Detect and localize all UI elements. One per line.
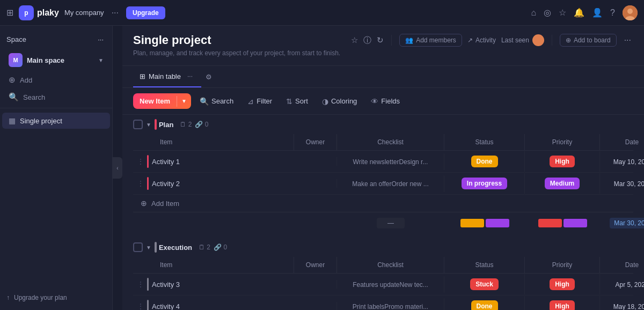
row-plan-1-name[interactable]: Activity 1 (152, 158, 180, 166)
table-row: ⋮ Activity 1 Write newsletterDesign r...… (133, 151, 633, 173)
settings-icon[interactable]: ⚙ (206, 73, 212, 81)
rocket-icon[interactable]: ◎ (544, 8, 551, 18)
new-item-dropdown-icon: ▼ (177, 94, 191, 108)
group-execution-meta: 🗒 2 🔗 0 (199, 243, 227, 251)
row-exec-3-priority[interactable]: High (525, 274, 600, 294)
col-checklist-header-exec[interactable]: Checklist (337, 257, 444, 273)
col-priority-header-exec[interactable]: Priority (525, 257, 600, 273)
sort-icon: ⇅ (286, 97, 292, 106)
row-plan-2-priority[interactable]: Medium (525, 173, 600, 194)
drag-handle-icon[interactable]: ⋮ (137, 158, 144, 165)
bell-icon[interactable]: 🔔 (574, 8, 584, 18)
add-item-plan-button[interactable]: ⊕ Add Item (133, 195, 633, 212)
person-icon[interactable]: 👤 (592, 8, 603, 18)
row-exec-3-date[interactable]: Apr 5, 2022 (600, 276, 644, 293)
plaky-logo[interactable]: p plaky (19, 5, 59, 20)
row-plan-2-date[interactable]: Mar 30, 20... (600, 175, 644, 192)
row-plan-2-name[interactable]: Activity 2 (152, 180, 180, 188)
refresh-icon[interactable]: ↻ (377, 35, 384, 45)
new-item-button[interactable]: New Item ▼ (133, 93, 191, 109)
search-button[interactable]: 🔍 Search (194, 94, 239, 109)
table-icon: ⊞ (140, 72, 145, 80)
group-execution-checkbox[interactable] (133, 242, 143, 252)
col-date-header-exec[interactable]: Date (600, 257, 644, 273)
star-project-icon[interactable]: ☆ (351, 35, 358, 45)
col-owner-header-exec[interactable]: Owner (294, 257, 337, 273)
col-priority-header[interactable]: Priority (525, 134, 600, 150)
group-execution-expand[interactable]: ▼ (145, 243, 152, 252)
upgrade-button[interactable]: Upgrade (126, 6, 165, 19)
col-status-header-exec[interactable]: Status (444, 257, 525, 273)
row-plan-2-owner[interactable] (294, 179, 337, 188)
topnav-more-button[interactable]: ··· (109, 6, 121, 20)
group-plan-expand[interactable]: ▼ (145, 121, 152, 129)
date-text: Mar 30, 20... (614, 180, 644, 188)
row-exec-4-priority[interactable]: High (525, 296, 600, 310)
plaky-name: plaky (37, 8, 59, 18)
main-table-tab[interactable]: ⊞ Main table ··· (133, 66, 201, 87)
summary-dash: — (377, 218, 405, 228)
col-checklist-header[interactable]: Checklist (337, 134, 444, 150)
sidebar-add-action[interactable]: ⊕ Add (2, 71, 110, 88)
row-plan-2-status[interactable]: In progress (444, 173, 525, 194)
row-exec-4-name[interactable]: Activity 4 (152, 302, 180, 311)
row-plan-2-checklist[interactable]: Make an offerOrder new ... (337, 175, 444, 192)
add-members-button[interactable]: 👥 Add members (399, 34, 462, 47)
fields-button[interactable]: 👁 Fields (365, 94, 405, 109)
drag-handle-icon[interactable]: ⋮ (137, 281, 144, 288)
group-plan-header: ▼ Plan 🗒 2 🔗 0 (133, 115, 633, 134)
top-nav-left: ⊞ p plaky My company ··· Upgrade (6, 5, 524, 20)
sidebar-search-action[interactable]: 🔍 Search (2, 88, 110, 106)
row-exec-4-date[interactable]: May 18, 20... (600, 298, 644, 311)
header-sep2 (552, 35, 552, 46)
row-exec-4-status[interactable]: Done (444, 296, 525, 310)
status-badge: In progress (462, 178, 507, 189)
row-plan-1-owner[interactable] (294, 157, 337, 166)
row-plan-1-date[interactable]: May 10, 20... (600, 153, 644, 170)
company-name[interactable]: My company (64, 9, 104, 17)
sidebar-more-button[interactable]: ··· (96, 33, 106, 46)
date-text: May 10, 20... (613, 158, 644, 166)
row-exec-3-status[interactable]: Stuck (444, 274, 525, 294)
filter-icon: ⊿ (247, 97, 254, 106)
row-plan-1-status[interactable]: Done (444, 151, 525, 172)
coloring-button[interactable]: ◑ Coloring (317, 94, 362, 109)
activity-button[interactable]: ↗ Activity (467, 36, 496, 44)
add-to-board-button[interactable]: ⊕ Add to board (560, 34, 617, 47)
add-circle-icon: ⊕ (141, 199, 147, 208)
sidebar-collapse-button[interactable]: ‹ (113, 157, 122, 179)
row-exec-3-name[interactable]: Activity 3 (152, 281, 180, 289)
sidebar-upgrade[interactable]: ↑ Upgrade your plan (0, 290, 112, 306)
summary-status-inprogress-bar (486, 219, 509, 227)
project-more-button[interactable]: ··· (622, 33, 633, 47)
group-plan-checkbox[interactable] (133, 120, 143, 129)
home-icon[interactable]: ⌂ (531, 8, 536, 18)
col-date-header[interactable]: Date (600, 134, 644, 150)
col-status-header[interactable]: Status (444, 134, 525, 150)
drag-handle-icon[interactable]: ⋮ (137, 180, 144, 187)
star-icon[interactable]: ☆ (559, 8, 566, 18)
col-owner-header[interactable]: Owner (294, 134, 337, 150)
sort-button[interactable]: ⇅ Sort (281, 94, 313, 109)
row-exec-3-owner[interactable] (294, 280, 337, 289)
space-label: Space (6, 35, 26, 43)
row-plan-1-priority[interactable]: High (525, 151, 600, 172)
info-icon[interactable]: ⓘ (363, 35, 371, 46)
tab-more-button[interactable]: ··· (185, 70, 195, 82)
search-toolbar-icon: 🔍 (200, 97, 209, 106)
grid-icon[interactable]: ⊞ (6, 8, 13, 18)
filter-button[interactable]: ⊿ Filter (242, 94, 277, 109)
row-exec-4-owner[interactable] (294, 302, 337, 310)
help-icon[interactable]: ? (610, 8, 615, 18)
drag-handle-icon[interactable]: ⋮ (137, 302, 144, 310)
row-plan-1-checklist[interactable]: Write newsletterDesign r... (337, 153, 444, 170)
avatar[interactable] (623, 5, 638, 20)
sidebar-space-item[interactable]: M Main space ▼ (2, 49, 110, 71)
row-exec-4-checklist[interactable]: Print labelsPromo materi... (337, 298, 444, 311)
row-exec-3-checklist[interactable]: Features updateNew tec... (337, 276, 444, 293)
checklist-text: Write newsletterDesign r... (353, 158, 428, 166)
summary-checklist: — (337, 216, 444, 230)
sidebar-project-item[interactable]: ▦ Single project (2, 113, 110, 129)
row-color-bar (147, 300, 149, 310)
header-sep1 (391, 35, 392, 46)
